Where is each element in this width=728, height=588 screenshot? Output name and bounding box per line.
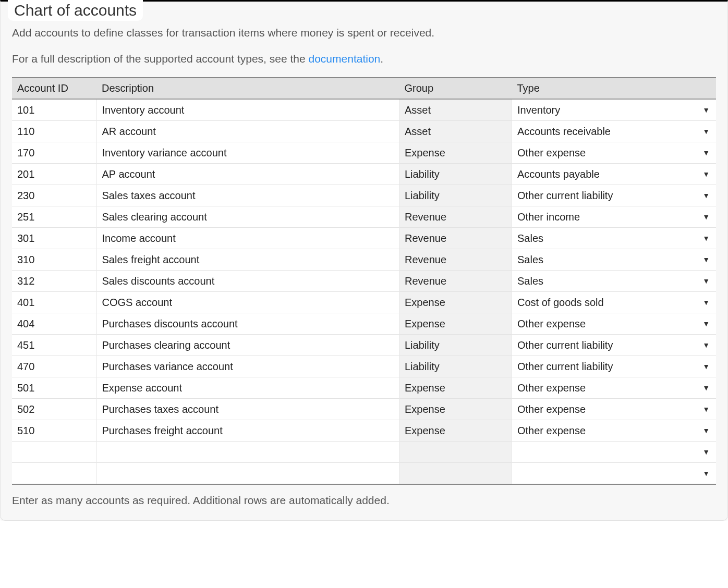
account-id-input[interactable]	[12, 442, 96, 462]
description-input[interactable]	[97, 228, 399, 249]
type-select[interactable]: Other expense	[512, 313, 716, 334]
group-cell: Revenue	[399, 206, 512, 228]
type-select[interactable]	[512, 442, 716, 462]
group-cell: Liability	[399, 164, 512, 185]
description-input[interactable]	[97, 442, 399, 462]
group-cell: Revenue	[399, 271, 512, 292]
description-input[interactable]	[97, 121, 399, 142]
description-input[interactable]	[97, 377, 399, 398]
panel-title: Chart of accounts	[8, 0, 143, 21]
account-id-input[interactable]	[12, 420, 96, 441]
type-select[interactable]: Other current liability	[512, 185, 716, 206]
account-id-input[interactable]	[12, 206, 96, 227]
account-id-input[interactable]	[12, 100, 96, 120]
panel-intro: Add accounts to define classes for trans…	[12, 24, 716, 67]
group-cell: Expense	[399, 142, 512, 164]
account-id-input[interactable]	[12, 164, 96, 185]
type-select[interactable]: Cost of goods sold	[512, 292, 716, 313]
description-input[interactable]	[97, 271, 399, 291]
account-id-input[interactable]	[12, 356, 96, 377]
type-select[interactable]: Other current liability	[512, 356, 716, 377]
description-input[interactable]	[97, 100, 399, 120]
group-cell: Liability	[399, 356, 512, 377]
group-cell: Expense	[399, 399, 512, 420]
type-select[interactable]: Sales	[512, 249, 716, 270]
documentation-link[interactable]: documentation	[309, 53, 381, 65]
type-select[interactable]: Other current liability	[512, 335, 716, 356]
table-row: RevenueOther income▼	[12, 206, 716, 228]
description-input[interactable]	[97, 313, 399, 334]
account-id-input[interactable]	[12, 463, 96, 484]
account-id-input[interactable]	[12, 121, 96, 142]
description-input[interactable]	[97, 420, 399, 441]
type-select[interactable]	[512, 463, 716, 484]
type-select[interactable]: Other expense	[512, 377, 716, 398]
group-cell: Expense	[399, 313, 512, 335]
table-row: RevenueSales▼	[12, 228, 716, 249]
panel-footnote: Enter as many accounts as required. Addi…	[12, 494, 716, 507]
type-select[interactable]: Other expense	[512, 399, 716, 420]
intro-line-1: Add accounts to define classes for trans…	[12, 24, 716, 41]
type-select[interactable]: Other expense	[512, 142, 716, 163]
table-row: ExpenseOther expense▼	[12, 313, 716, 335]
account-id-input[interactable]	[12, 399, 96, 420]
type-select[interactable]: Sales	[512, 228, 716, 249]
table-row: LiabilityOther current liability▼	[12, 335, 716, 356]
description-input[interactable]	[97, 335, 399, 356]
group-cell	[399, 463, 512, 485]
chart-of-accounts-panel: Chart of accounts Add accounts to define…	[0, 0, 728, 521]
table-row: AssetAccounts receivable▼	[12, 121, 716, 142]
group-cell: Asset	[399, 99, 512, 121]
account-id-input[interactable]	[12, 185, 96, 206]
account-id-input[interactable]	[12, 335, 96, 356]
description-input[interactable]	[97, 292, 399, 313]
group-cell: Expense	[399, 292, 512, 313]
table-row: LiabilityOther current liability▼	[12, 185, 716, 206]
type-select[interactable]: Other expense	[512, 420, 716, 441]
table-row: LiabilityOther current liability▼	[12, 356, 716, 377]
intro-line-2-suffix: .	[380, 53, 383, 65]
description-input[interactable]	[97, 142, 399, 163]
group-cell	[399, 442, 512, 463]
account-id-input[interactable]	[12, 249, 96, 270]
group-cell: Asset	[399, 121, 512, 142]
table-row: RevenueSales▼	[12, 271, 716, 292]
table-row: AssetInventory▼	[12, 99, 716, 121]
type-select[interactable]: Inventory	[512, 100, 716, 120]
description-input[interactable]	[97, 463, 399, 484]
header-account-id: Account ID	[12, 78, 96, 99]
account-id-input[interactable]	[12, 228, 96, 249]
intro-line-2: For a full description of the supported …	[12, 51, 716, 67]
table-row: ExpenseOther expense▼	[12, 377, 716, 399]
description-input[interactable]	[97, 206, 399, 227]
table-row: LiabilityAccounts payable▼	[12, 164, 716, 185]
table-row: ExpenseOther expense▼	[12, 420, 716, 442]
account-id-input[interactable]	[12, 377, 96, 398]
account-id-input[interactable]	[12, 271, 96, 291]
description-input[interactable]	[97, 399, 399, 420]
accounts-table: Account ID Description Group Type AssetI…	[12, 77, 716, 485]
account-id-input[interactable]	[12, 142, 96, 163]
table-row: ExpenseCost of goods sold▼	[12, 292, 716, 313]
description-input[interactable]	[97, 164, 399, 185]
account-id-input[interactable]	[12, 292, 96, 313]
description-input[interactable]	[97, 356, 399, 377]
type-select[interactable]: Other income	[512, 206, 716, 227]
header-type: Type	[512, 78, 717, 99]
account-id-input[interactable]	[12, 313, 96, 334]
group-cell: Revenue	[399, 228, 512, 249]
group-cell: Expense	[399, 420, 512, 442]
type-select[interactable]: Sales	[512, 271, 716, 291]
description-input[interactable]	[97, 249, 399, 270]
group-cell: Expense	[399, 377, 512, 399]
description-input[interactable]	[97, 185, 399, 206]
table-row: ▼	[12, 463, 716, 485]
type-select[interactable]: Accounts receivable	[512, 121, 716, 142]
table-row: ExpenseOther expense▼	[12, 399, 716, 420]
group-cell: Liability	[399, 335, 512, 356]
header-group: Group	[399, 78, 512, 99]
group-cell: Revenue	[399, 249, 512, 271]
intro-line-2-prefix: For a full description of the supported …	[12, 53, 309, 65]
type-select[interactable]: Accounts payable	[512, 164, 716, 185]
table-row: ▼	[12, 442, 716, 463]
